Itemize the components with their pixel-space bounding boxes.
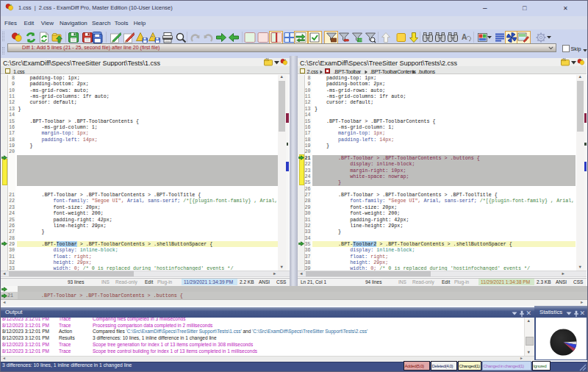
svg-text:A: A [462, 33, 467, 41]
